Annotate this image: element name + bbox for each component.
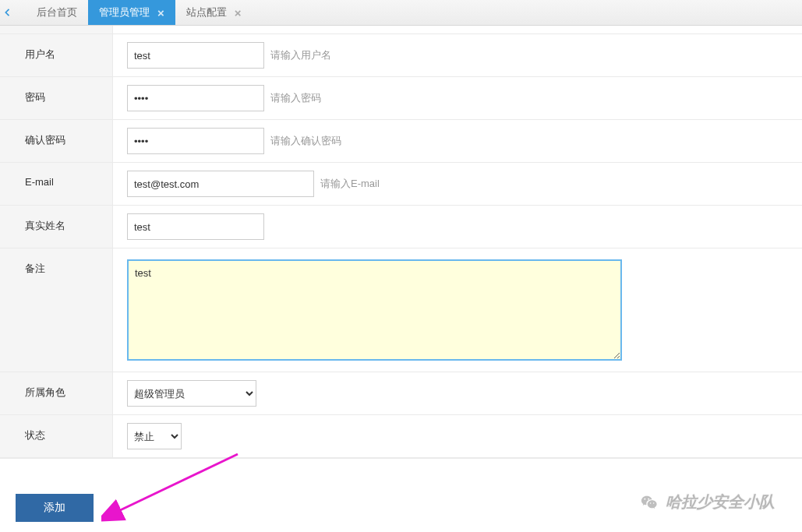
form-row-header-fragment (0, 26, 802, 33)
tab-admin-manage[interactable]: 管理员管理 × (88, 0, 175, 25)
form-content: 超级管理员 (113, 372, 802, 414)
sidebar-collapse-toggle[interactable] (0, 0, 14, 25)
field-hint: 请输入E-mail (320, 177, 380, 191)
form-content: 请输入用户名 (113, 34, 802, 76)
form-label: 真实姓名 (0, 206, 113, 248)
submit-button[interactable]: 添加 (16, 494, 94, 522)
form-label: E-mail (0, 163, 113, 205)
form-content (113, 206, 802, 248)
tab-bar: 后台首页 管理员管理 × 站点配置 × (0, 0, 802, 26)
form-row-confirm-password: 确认密码 请输入确认密码 (0, 119, 802, 162)
form-row-password: 密码 请输入密码 (0, 76, 802, 119)
form-row-remark: 备注 (0, 248, 802, 372)
username-input[interactable] (127, 42, 264, 69)
form-label: 密码 (0, 77, 113, 119)
form-content: 禁止 (113, 415, 802, 457)
form-content: 请输入E-mail (113, 163, 802, 205)
close-icon[interactable]: × (235, 7, 242, 19)
watermark: 哈拉少安全小队 (641, 491, 775, 513)
realname-input[interactable] (127, 213, 264, 240)
form-content: 请输入确认密码 (113, 120, 802, 162)
admin-form: 用户名 请输入用户名 密码 请输入密码 确认密码 请输入确认密码 E-mail … (0, 26, 802, 459)
wechat-icon (641, 494, 658, 511)
form-content: 请输入密码 (113, 77, 802, 119)
tab-label: 站点配置 (186, 5, 227, 19)
form-row-email: E-mail 请输入E-mail (0, 162, 802, 205)
form-row-status: 状态 禁止 (0, 414, 802, 457)
close-icon[interactable]: × (157, 7, 164, 19)
form-row-role: 所属角色 超级管理员 (0, 372, 802, 414)
form-label: 状态 (0, 415, 113, 457)
field-hint: 请输入密码 (270, 91, 321, 105)
tab-dashboard[interactable]: 后台首页 (26, 0, 88, 25)
form-label: 确认密码 (0, 120, 113, 162)
form-row-username: 用户名 请输入用户名 (0, 33, 802, 76)
form-content-fragment (113, 26, 802, 33)
field-hint: 请输入用户名 (270, 48, 331, 62)
password-input[interactable] (127, 85, 264, 111)
tab-label: 后台首页 (37, 5, 77, 19)
form-row-realname: 真实姓名 (0, 205, 802, 248)
chevron-left-icon (4, 9, 10, 16)
field-hint: 请输入确认密码 (270, 134, 341, 148)
role-select[interactable]: 超级管理员 (127, 380, 256, 407)
watermark-text: 哈拉少安全小队 (666, 491, 775, 513)
tab-label: 管理员管理 (99, 5, 150, 19)
form-content (113, 248, 802, 372)
tabs-container: 后台首页 管理员管理 × 站点配置 × (26, 0, 253, 25)
confirm-password-input[interactable] (127, 128, 264, 154)
email-input[interactable] (127, 171, 314, 197)
status-select[interactable]: 禁止 (127, 423, 182, 449)
form-label: 备注 (0, 248, 113, 372)
form-label: 用户名 (0, 34, 113, 76)
tab-site-config[interactable]: 站点配置 × (175, 0, 253, 25)
remark-textarea[interactable] (127, 259, 622, 361)
form-label-fragment (0, 26, 113, 33)
form-label: 所属角色 (0, 372, 113, 414)
